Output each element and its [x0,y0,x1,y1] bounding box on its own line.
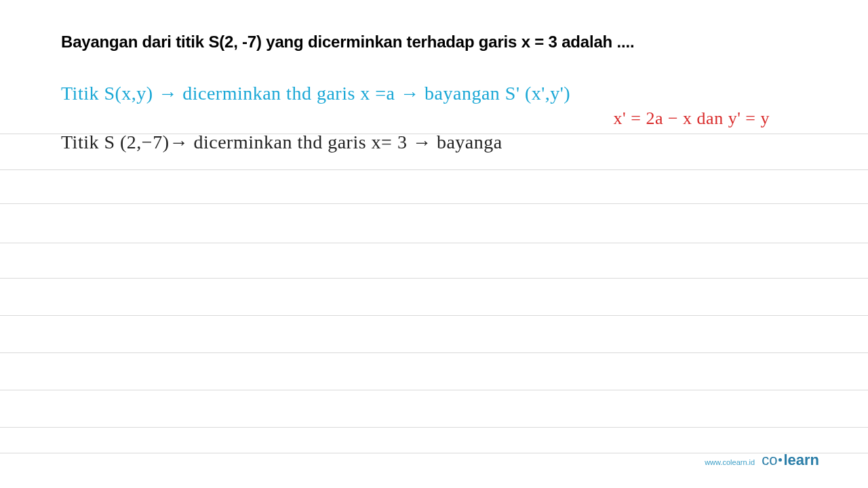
brand-part1: co [762,451,777,468]
horizontal-rule [0,315,868,316]
horizontal-rule [0,427,868,428]
worksheet-area: Titik S(x,y) → dicerminkan thd garis x =… [61,83,814,153]
horizontal-rule [0,453,868,453]
handwriting-work-line: Titik S (2,−7)→ dicerminkan thd garis x=… [61,131,814,153]
horizontal-rule [0,278,868,279]
horizontal-rule [0,390,868,390]
footer: www.colearn.id colearn [705,451,819,469]
brand-dot-icon [778,458,782,462]
horizontal-rule [0,169,868,170]
horizontal-rule [0,203,868,204]
horizontal-rule [0,352,868,353]
question-text: Bayangan dari titik S(2, -7) yang dicerm… [61,33,814,52]
footer-url: www.colearn.id [705,458,755,466]
brand-part2: learn [783,451,819,468]
handwriting-rule-line: Titik S(x,y) → dicerminkan thd garis x =… [61,83,814,104]
horizontal-rule [0,134,868,134]
brand-logo: colearn [762,451,819,469]
horizontal-rule [0,243,868,243]
handwriting-formula-line: x' = 2a − x dan y' = y [61,108,814,129]
